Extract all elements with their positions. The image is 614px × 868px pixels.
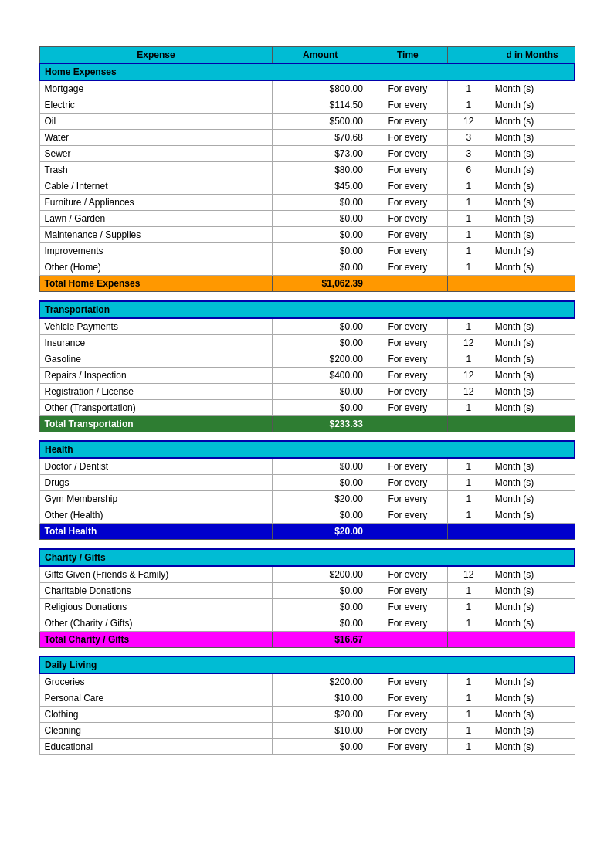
expense-num: 1	[447, 598, 490, 615]
expense-num: 1	[447, 195, 490, 211]
expense-num: 12	[447, 383, 490, 399]
expense-amount: $0.00	[273, 259, 368, 276]
col-amount: Amount	[273, 47, 368, 64]
expense-num: 1	[447, 491, 490, 507]
table-row: Groceries $200.00 For every 1 Month (s)	[39, 673, 575, 690]
section-label-health: Health	[39, 441, 575, 458]
expense-name: Gifts Given (Friends & Family)	[39, 566, 273, 583]
expense-period: Month (s)	[490, 507, 575, 524]
total-time-empty	[368, 415, 447, 432]
total-label: Total Home Expenses	[39, 276, 273, 292]
total-row-transport: Total Transportation $233.33	[39, 415, 575, 432]
expense-time: For every	[368, 566, 447, 583]
expense-name: Drugs	[39, 475, 273, 491]
total-time-empty	[368, 276, 447, 292]
expense-amount: $20.00	[273, 707, 368, 723]
section-header-charity: Charity / Gifts	[39, 549, 575, 566]
expense-period: Month (s)	[490, 399, 575, 415]
expense-name: Maintenance / Supplies	[39, 227, 273, 243]
expense-time: For every	[368, 690, 447, 707]
expense-period: Month (s)	[490, 178, 575, 195]
expense-period: Month (s)	[490, 80, 575, 97]
section-header-daily: Daily Living	[39, 656, 575, 673]
section-label-home: Home Expenses	[39, 63, 575, 80]
section-header-transport: Transportation	[39, 301, 575, 318]
expense-name: Groceries	[39, 673, 273, 690]
expense-num: 1	[447, 178, 490, 195]
table-row: Cleaning $10.00 For every 1 Month (s)	[39, 723, 575, 739]
expense-period: Month (s)	[490, 615, 575, 631]
expense-name: Other (Transportation)	[39, 399, 273, 415]
total-amount: $16.67	[273, 631, 368, 647]
table-row: Registration / License $0.00 For every 1…	[39, 383, 575, 399]
expense-num: 1	[447, 318, 490, 335]
expense-amount: $200.00	[273, 351, 368, 367]
expense-num: 1	[447, 351, 490, 367]
expense-amount: $0.00	[273, 475, 368, 491]
total-amount: $1,062.39	[273, 276, 368, 292]
expense-period: Month (s)	[490, 739, 575, 755]
expense-num: 1	[447, 615, 490, 631]
expense-period: Month (s)	[490, 673, 575, 690]
expense-period: Month (s)	[490, 491, 575, 507]
expense-name: Trash	[39, 162, 273, 178]
expense-time: For every	[368, 673, 447, 690]
expense-amount: $73.00	[273, 146, 368, 162]
total-label: Total Transportation	[39, 415, 273, 432]
expense-name: Lawn / Garden	[39, 211, 273, 227]
spacer-row	[39, 540, 575, 549]
total-period-empty	[490, 276, 575, 292]
total-period-empty	[490, 415, 575, 432]
expense-amount: $0.00	[273, 243, 368, 259]
expense-amount: $10.00	[273, 723, 368, 739]
expense-name: Registration / License	[39, 383, 273, 399]
table-row: Repairs / Inspection $400.00 For every 1…	[39, 367, 575, 383]
expense-name: Improvements	[39, 243, 273, 259]
spacer-row	[39, 292, 575, 301]
expense-num: 1	[447, 97, 490, 114]
expense-period: Month (s)	[490, 351, 575, 367]
expense-amount: $45.00	[273, 178, 368, 195]
section-label-charity: Charity / Gifts	[39, 549, 575, 566]
expense-name: Personal Care	[39, 690, 273, 707]
table-row: Lawn / Garden $0.00 For every 1 Month (s…	[39, 211, 575, 227]
expense-name: Doctor / Dentist	[39, 458, 273, 475]
expense-num: 6	[447, 162, 490, 178]
table-row: Other (Charity / Gifts) $0.00 For every …	[39, 615, 575, 631]
col-period-num	[447, 47, 490, 64]
expense-num: 3	[447, 130, 490, 146]
expense-period: Month (s)	[490, 566, 575, 583]
expense-amount: $0.00	[273, 318, 368, 335]
expense-time: For every	[368, 227, 447, 243]
expense-num: 1	[447, 243, 490, 259]
expense-amount: $0.00	[273, 582, 368, 598]
table-row: Cable / Internet $45.00 For every 1 Mont…	[39, 178, 575, 195]
expense-period: Month (s)	[490, 458, 575, 475]
section-header-health: Health	[39, 441, 575, 458]
total-time-empty	[368, 631, 447, 647]
table-row: Gasoline $200.00 For every 1 Month (s)	[39, 351, 575, 367]
expense-name: Religious Donations	[39, 598, 273, 615]
expense-period: Month (s)	[490, 582, 575, 598]
expense-amount: $0.00	[273, 507, 368, 524]
table-row: Gym Membership $20.00 For every 1 Month …	[39, 491, 575, 507]
expense-num: 1	[447, 673, 490, 690]
expense-amount: $20.00	[273, 491, 368, 507]
table-row: Trash $80.00 For every 6 Month (s)	[39, 162, 575, 178]
expense-period: Month (s)	[490, 723, 575, 739]
expense-num: 1	[447, 227, 490, 243]
expense-name: Gym Membership	[39, 491, 273, 507]
table-header: Expense Amount Time d in Months	[39, 47, 575, 64]
expense-num: 12	[447, 334, 490, 351]
expense-amount: $10.00	[273, 690, 368, 707]
expense-period: Month (s)	[490, 97, 575, 114]
table-row: Clothing $20.00 For every 1 Month (s)	[39, 707, 575, 723]
table-row: Other (Home) $0.00 For every 1 Month (s)	[39, 259, 575, 276]
table-row: Electric $114.50 For every 1 Month (s)	[39, 97, 575, 114]
expense-amount: $80.00	[273, 162, 368, 178]
total-amount: $233.33	[273, 415, 368, 432]
expense-time: For every	[368, 475, 447, 491]
expense-num: 1	[447, 690, 490, 707]
expense-name: Electric	[39, 97, 273, 114]
expense-amount: $0.00	[273, 399, 368, 415]
